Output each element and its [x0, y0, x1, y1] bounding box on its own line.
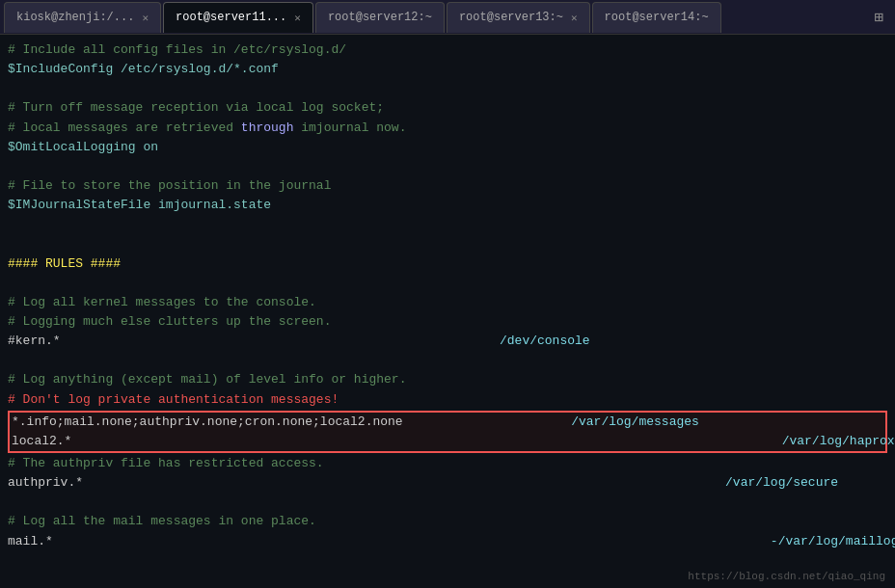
line-8: # File to store the position in the jour… — [8, 176, 887, 196]
authpriv-path: /var/log/secure — [500, 473, 838, 493]
tab-server13[interactable]: root@server13:~ ✕ — [447, 2, 590, 33]
line-11 — [8, 234, 887, 254]
line-21 — [8, 551, 887, 571]
tab-server11-label: root@server11... — [176, 11, 286, 24]
line-14: # Logging much else clutters up the scre… — [8, 312, 887, 332]
tab-server13-close[interactable]: ✕ — [571, 12, 578, 24]
tab-server13-label: root@server13:~ — [459, 11, 563, 24]
line-1: # Include all config files in /etc/rsysl… — [8, 40, 887, 60]
tab-actions: ⊞ — [874, 8, 891, 27]
tab-server12-label: root@server12:~ — [328, 11, 432, 24]
tab-kiosk-label: kiosk@zhenji:/... — [16, 11, 134, 24]
line-7 — [8, 157, 887, 176]
highlighted-rule-block: *.info;mail.none;authpriv.none;cron.none… — [8, 411, 887, 453]
tab-server11[interactable]: root@server11... ✕ — [163, 2, 313, 33]
line-18: # The authpriv file has restricted acces… — [8, 454, 887, 473]
line-10 — [8, 215, 887, 234]
line-6: $OmitLocalLogging on — [8, 138, 887, 157]
line-13: # Log all kernel messages to the console… — [8, 293, 887, 312]
info-rule-right2: /var/log/haproxy.log — [503, 432, 895, 451]
info-rule-right1: /var/log/messages — [503, 413, 699, 432]
line-17: # Don't log private authentication messa… — [8, 390, 887, 410]
line-3 — [8, 79, 887, 98]
kern-path: /dev/console — [500, 332, 590, 351]
info-rule-left1: *.info;mail.none;authpriv.none;cron.none… — [12, 413, 503, 432]
tab-server11-close[interactable]: ✕ — [294, 12, 301, 24]
line-15 — [8, 351, 887, 370]
authpriv-rule: authpriv.* — [8, 473, 500, 493]
mail-rule: mail.* — [8, 532, 500, 551]
line-19 — [8, 493, 887, 512]
tab-kiosk[interactable]: kiosk@zhenji:/... ✕ — [4, 2, 161, 33]
new-tab-icon[interactable]: ⊞ — [874, 8, 883, 27]
tab-server14-label: root@server14:~ — [605, 11, 709, 24]
watermark-text: https://blog.csdn.net/qiao_qing — [688, 571, 885, 582]
terminal-content: # Include all config files in /etc/rsysl… — [0, 35, 895, 588]
tab-bar: kiosk@zhenji:/... ✕ root@server11... ✕ r… — [0, 0, 895, 35]
line-authpriv: authpriv.* /var/log/secure — [8, 473, 887, 493]
line-4: # Turn off message reception via local l… — [8, 98, 887, 118]
line-20: # Log all the mail messages in one place… — [8, 512, 887, 531]
line-9: $IMJournalStateFile imjournal.state — [8, 196, 887, 215]
mail-path: -/var/log/maillog — [500, 532, 895, 551]
line-rules: #### RULES #### — [8, 254, 887, 274]
info-rule-line1: *.info;mail.none;authpriv.none;cron.none… — [10, 413, 885, 432]
tab-server12[interactable]: root@server12:~ — [315, 2, 445, 33]
line-16: # Log anything (except mail) of level in… — [8, 370, 887, 389]
line-5: # local messages are retrieved through i… — [8, 119, 887, 138]
tab-kiosk-close[interactable]: ✕ — [142, 12, 149, 24]
line-2: $IncludeConfig /etc/rsyslog.d/*.conf — [8, 60, 887, 79]
info-rule-left2: local2.* — [12, 432, 503, 451]
line-12 — [8, 274, 887, 293]
line-kern: #kern.* /dev/console — [8, 332, 887, 351]
line-mail: mail.* -/var/log/maillog — [8, 532, 887, 551]
kern-rule: #kern.* — [8, 332, 500, 351]
tab-server14[interactable]: root@server14:~ — [592, 2, 721, 33]
info-rule-line2: local2.* /var/log/haproxy.log — [10, 432, 885, 451]
